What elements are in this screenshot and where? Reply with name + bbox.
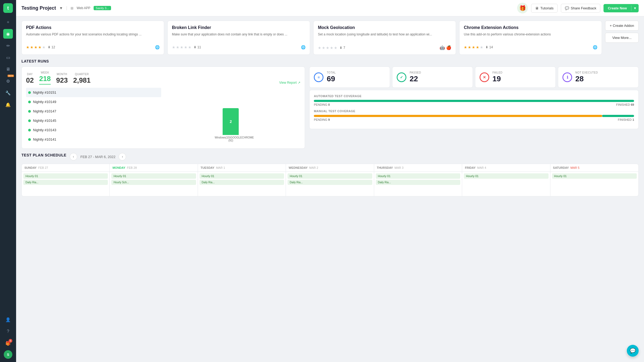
sidebar-item-notifications[interactable]: 🔔: [3, 100, 13, 109]
schedule-event-wed-1[interactable]: Hourly 01: [288, 173, 372, 179]
run-item-10143[interactable]: Nightly #10143: [26, 125, 161, 135]
schedule-next-button[interactable]: ›: [119, 153, 126, 160]
addon-pdf-title: PDF Actions: [26, 25, 160, 30]
day-name-sunday: SUNDAY: [24, 166, 36, 169]
addon-broken-desc: Make sure that your application does not…: [172, 32, 306, 42]
create-new-dropdown-icon: ▾: [634, 6, 636, 10]
run-item-10141[interactable]: Nightly #10141: [26, 135, 161, 144]
run-label-10141: Nightly #10141: [33, 137, 56, 141]
create-addon-button[interactable]: + Create Addon: [605, 21, 639, 31]
star-1: ★: [26, 45, 30, 49]
day-date-friday: MAR 4: [477, 166, 486, 169]
tab-week[interactable]: WEEK 218: [39, 71, 51, 85]
tutorials-icon: 🖥: [535, 6, 539, 10]
schedule-col-sunday: SUNDAY FEB 27 Hourly 01 Daily Ria...: [22, 164, 110, 196]
schedule-event-thu-1[interactable]: Hourly 01: [376, 173, 460, 179]
day-name-monday: MONDAY: [112, 166, 125, 169]
manual-coverage-title: MANUAL TEST COVERAGE: [314, 109, 634, 113]
schedule-event-monday-2[interactable]: Hourly Sch...: [111, 180, 196, 185]
schedule-grid: SUNDAY FEB 27 Hourly 01 Daily Ria... MON…: [21, 164, 639, 196]
runs-left-panel: DAY 02 WEEK 218 MONTH 923 QUARTER 2,981: [21, 67, 305, 149]
sidebar-item-user[interactable]: 👤: [3, 315, 13, 324]
sidebar-item-monitor[interactable]: 🖥: [3, 64, 13, 74]
run-item-10145[interactable]: Nightly #10145: [26, 116, 161, 125]
header-gift-icon[interactable]: 🎁: [517, 3, 528, 13]
stat-info-failed: FAILED 19: [492, 71, 502, 83]
tab-week-value: 218: [39, 75, 51, 83]
schedule-event-thu-2[interactable]: Daily Ria...: [376, 180, 460, 185]
addon-pdf-stars: ★ ★ ★ ★ ★: [26, 45, 46, 49]
tab-month-label: MONTH: [57, 73, 67, 76]
chart-bar-value: 2: [230, 119, 232, 124]
run-dot-2: [28, 101, 31, 103]
run-dot-3: [28, 110, 31, 113]
sidebar-logo[interactable]: t: [3, 3, 13, 13]
tab-quarter[interactable]: QUARTER 2,981: [73, 73, 91, 85]
manual-labels: PENDING 9 FINISHED 1: [314, 118, 634, 121]
sidebar-item-projects[interactable]: ▭: [3, 53, 13, 62]
create-new-button[interactable]: Create New: [603, 4, 631, 12]
schedule-body-saturday: Hourly 01: [550, 172, 638, 180]
addon-geo-desc: Set a mock location (using longitude and…: [318, 32, 451, 42]
sidebar-item-settings[interactable]: ⚙ BETA: [3, 76, 13, 86]
addon-chrome-desc: Use this add-on to perform various chrom…: [464, 32, 597, 42]
addon-chrome-footer: ★ ★ ★ ★ ★ ⬇ 14 🌐: [464, 45, 597, 49]
schedule-event-wed-2[interactable]: Daily Ria...: [288, 180, 372, 185]
schedule-event-tuesday-1[interactable]: Hourly 01: [200, 173, 284, 179]
floating-chat-button[interactable]: 💬: [627, 345, 639, 357]
apple-icon: 🍎: [446, 45, 451, 50]
manual-bar-orange: [314, 115, 602, 117]
schedule-event-sunday-2[interactable]: Daily Ria...: [23, 180, 108, 185]
tab-month[interactable]: MONTH 923: [56, 73, 68, 85]
tab-day[interactable]: DAY 02: [26, 73, 34, 85]
help-icon: ?: [7, 329, 9, 334]
schedule-event-sunday-1[interactable]: Hourly 01: [23, 173, 108, 179]
schedule-event-sat-1[interactable]: Hourly 01: [552, 173, 637, 179]
stat-card-not-executed: ℹ NOT EXECUTED 28: [558, 67, 639, 88]
not-executed-label: NOT EXECUTED: [575, 71, 598, 74]
sidebar-item-add[interactable]: ＋: [3, 17, 13, 27]
star-5: ★: [42, 45, 46, 49]
share-feedback-button[interactable]: 💬 Share Feedback: [561, 4, 600, 13]
schedule-event-tuesday-2[interactable]: Daily Ria...: [200, 180, 284, 185]
sidebar-item-help[interactable]: ?: [3, 327, 13, 336]
run-item-10147[interactable]: Nightly #10147: [26, 107, 161, 116]
sidebar-item-edit[interactable]: ✏: [3, 41, 13, 50]
android-icon: 🤖: [440, 45, 445, 50]
stat-info-passed: PASSED 22: [410, 71, 421, 83]
addon-chrome-globe: 🌐: [593, 45, 597, 49]
sidebar-item-gift[interactable]: 🎁 8: [3, 338, 13, 348]
view-more-button[interactable]: View More...: [605, 33, 639, 43]
addon-broken-downloads: ⬇ 11: [194, 45, 201, 49]
schedule-event-fri-1[interactable]: Hourly 01: [464, 173, 548, 179]
schedule-header: TEST PLAN SCHEDULE ‹ FEB 27 - MAR 6, 202…: [21, 153, 639, 160]
total-label: TOTAL: [327, 71, 336, 74]
run-item-10151[interactable]: Nightly #10151: [26, 88, 161, 97]
day-name-thursday: THURSDAY: [377, 166, 393, 169]
sidebar-item-tools[interactable]: 🔧: [3, 88, 13, 98]
addon-broken-footer: ★ ★ ★ ★ ★ ⬇ 11 🌐: [172, 45, 306, 49]
schedule-event-monday-1[interactable]: Hourly 01: [111, 173, 196, 179]
schedule-col-tuesday: TUESDAY MAR 1 Hourly 01 Daily Ria...: [198, 164, 286, 196]
schedule-header-monday: MONDAY FEB 28: [110, 164, 197, 172]
sidebar-item-home[interactable]: ◉: [3, 29, 13, 39]
schedule-prev-button[interactable]: ‹: [70, 153, 77, 160]
user-avatar[interactable]: S: [4, 350, 12, 359]
create-new-dropdown-button[interactable]: ▾: [631, 4, 639, 12]
addon-chrome-stars: ★ ★ ★ ★ ★: [464, 45, 483, 49]
chart-bar-label: Windows(10)GOOGLECHROME (92): [215, 136, 247, 142]
create-new-group: Create New ▾: [603, 4, 639, 12]
passed-icon: ✓: [397, 72, 406, 82]
view-report-link[interactable]: View Report ↗: [279, 81, 300, 85]
beta-badge: BETA: [8, 75, 14, 77]
run-label-10147: Nightly #10147: [33, 109, 56, 113]
manual-pending-label: PENDING 9: [314, 118, 330, 121]
schedule-header-wednesday: WEDNESDAY MAR 2: [286, 164, 374, 172]
project-chevron[interactable]: ▼: [59, 6, 63, 10]
sanity-badge[interactable]: Sanity 3...: [94, 6, 111, 10]
tutorials-button[interactable]: 🖥 Tutorials: [531, 4, 557, 13]
addon-geo-title: Mock Geolocation: [318, 25, 451, 30]
create-new-label: Create New: [608, 6, 627, 10]
run-item-10149[interactable]: Nightly #10149: [26, 97, 161, 107]
day-date-wednesday: MAR 2: [309, 166, 318, 169]
